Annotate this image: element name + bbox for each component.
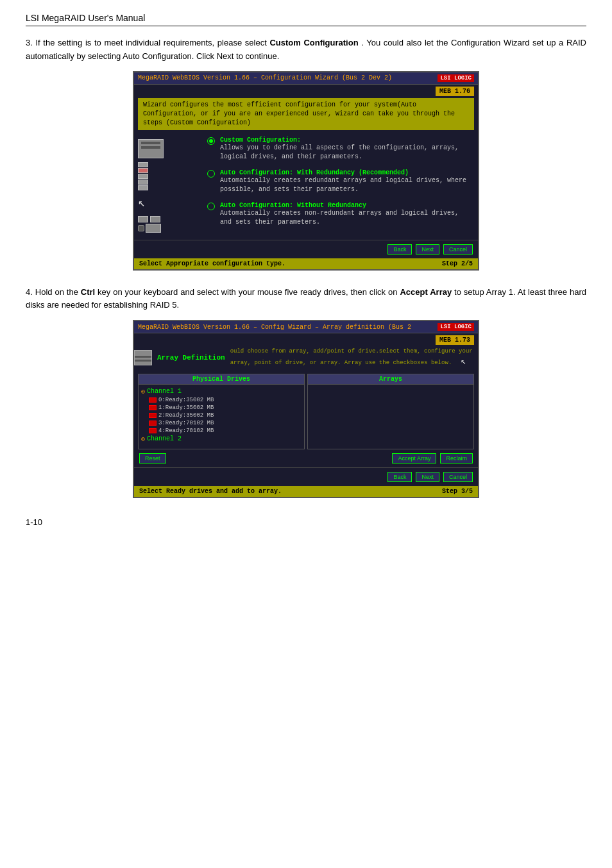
drive-1: [138, 162, 148, 167]
ss1-auto-nored-desc: Automatically creates non-redundant arra…: [220, 209, 474, 227]
custom-config-emphasis: Custom Configuration: [269, 38, 358, 47]
ctrl-emphasis: Ctrl: [81, 287, 95, 297]
ss2-medbadge: MEB 1.73: [436, 335, 474, 345]
ss2-array-def-label: Array Definition: [157, 354, 225, 362]
ss1-footer-left: Select Appropriate configuration type.: [139, 260, 285, 267]
drive-1-icon: [149, 405, 157, 410]
ss2-arrays-header: Arrays: [308, 374, 473, 385]
drive-stack-row: [138, 162, 202, 190]
channel2-label: Channel 2: [147, 435, 182, 442]
ss2-drives-list: 0:Ready:35002 MB 1:Ready:35002 MB 2:Read…: [141, 396, 302, 435]
drive-1-label: 1:Ready:35002 MB: [158, 405, 214, 411]
array-def-icon: [134, 350, 152, 365]
section-4-text-mid: key on your keyboard and select with you…: [98, 287, 400, 297]
ss2-next-button[interactable]: Next: [416, 472, 439, 482]
ss1-radio-auto-nored[interactable]: [207, 203, 215, 210]
ss2-footer-right: Step 3/5: [442, 488, 473, 495]
channel2-folder-icon: ⊙: [141, 435, 145, 443]
ss2-physical-drives-col: Physical Drives ⊙ Channel 1 0:Ready:3500…: [138, 374, 305, 449]
accept-array-emphasis: Accept Array: [400, 287, 452, 297]
ss1-option-custom: Custom Configuration: Allows you to defi…: [207, 137, 474, 162]
ss1-medbadge: MEB 1.76: [436, 87, 474, 96]
manual-title: LSI MegaRAID User's Manual: [26, 13, 145, 23]
ss1-toprow: MEB 1.76: [134, 85, 478, 98]
page-header: LSI MegaRAID User's Manual: [26, 13, 586, 26]
ss1-back-button[interactable]: Back: [387, 244, 412, 255]
ss1-custom-desc: Allows you to define all aspects of the …: [220, 144, 474, 162]
ss2-cursor: ↖: [461, 356, 466, 367]
ss2-button-row: Back Next Cancel: [134, 467, 478, 486]
ss1-radio-auto-red[interactable]: [207, 170, 215, 178]
ss1-footer-right: Step 2/5: [442, 260, 473, 267]
ss2-physical-drives-header: Physical Drives: [139, 374, 304, 385]
channel1-folder-icon: ⊙: [141, 388, 145, 396]
ss2-reclaim-button[interactable]: Reclaim: [440, 453, 473, 463]
drive-3-icon: [149, 421, 157, 426]
ss1-footer: Select Appropriate configuration type. S…: [134, 258, 478, 269]
ss1-next-button[interactable]: Next: [416, 244, 439, 255]
ss2-array-desc-text: ould choose from array, add/point of dri…: [230, 348, 473, 366]
ss2-channel1-item: ⊙ Channel 1: [141, 387, 302, 396]
ss2-back-button[interactable]: Back: [387, 472, 412, 482]
drive-2: [138, 168, 148, 173]
drive-0-icon: [149, 397, 157, 403]
ss1-auto-nored-label: Auto Configuration: Without Redundancy: [220, 202, 474, 209]
ss2-footer: Select Ready drives and add to array. St…: [134, 486, 478, 497]
ss1-radio-custom[interactable]: [207, 137, 215, 145]
screenshot-2: MegaRAID WebBIOS Version 1.66 – Config W…: [133, 320, 479, 498]
ss2-titlebar: MegaRAID WebBIOS Version 1.66 – Config W…: [134, 321, 478, 333]
ss2-right-btns-1: Accept Array Reclaim: [392, 453, 473, 463]
section-4-text: 4. Hold on the Ctrl key on your keyboard…: [26, 286, 586, 313]
ss1-auto-red-label: Auto Configuration: With Redundancy (Rec…: [220, 169, 474, 176]
drive-2-icon: [149, 413, 157, 418]
ss2-accept-array-button[interactable]: Accept Array: [392, 453, 436, 463]
ss1-logo: LSI LOGIC: [438, 74, 474, 82]
section-4-text-pre: Hold on the: [35, 287, 81, 297]
ss2-channel2-item: ⊙ Channel 2: [141, 435, 302, 444]
ss1-body: ↖: [134, 134, 478, 237]
drive-4: [138, 179, 148, 185]
ss1-option-auto-red-content: Auto Configuration: With Redundancy (Rec…: [220, 169, 474, 194]
ss2-drive-1: 1:Ready:35002 MB: [149, 404, 302, 412]
ss1-button-row: Back Next Cancel: [134, 240, 478, 258]
ss2-cancel-button[interactable]: Cancel: [443, 472, 473, 482]
channel1-label: Channel 1: [147, 388, 182, 395]
ss1-option-auto-nored: Auto Configuration: Without Redundancy A…: [207, 202, 474, 227]
ss2-bottom-btns-1: Reset Accept Array Reclaim: [134, 449, 478, 465]
drive-5: [138, 185, 148, 190]
ss2-arrays-body: [308, 385, 473, 449]
ss1-subtitle: Wizard configures the most efficient con…: [138, 98, 474, 130]
ss1-cancel-button[interactable]: Cancel: [443, 244, 473, 255]
section-3-number: 3.: [26, 38, 35, 47]
server-icon: [138, 139, 164, 158]
ss1-option-auto-nored-content: Auto Configuration: Without Redundancy A…: [220, 202, 474, 227]
ss1-auto-red-desc: Automatically creates redundant arrays a…: [220, 176, 474, 194]
ss1-option-auto-red: Auto Configuration: With Redundancy (Rec…: [207, 169, 474, 194]
ss1-drive-icons: ↖: [138, 137, 202, 233]
drive-4-label: 4:Ready:70102 MB: [158, 428, 214, 434]
drive-3: [138, 174, 148, 179]
ss2-physical-drives-body: ⊙ Channel 1 0:Ready:35002 MB 1:Ready:350…: [139, 385, 304, 449]
ss2-array-def-header: Array Definition ould choose from array,…: [134, 347, 478, 369]
section-4-number: 4.: [26, 287, 35, 297]
ss2-reset-button[interactable]: Reset: [139, 453, 166, 463]
section-3: 3. If the setting is to meet individual …: [26, 37, 586, 271]
drive-2-label: 2:Ready:35002 MB: [158, 412, 214, 419]
section-4: 4. Hold on the Ctrl key on your keyboard…: [26, 286, 586, 498]
section-3-text-pre: If the setting is to meet individual req…: [35, 38, 269, 47]
ss2-logo: LSI LOGIC: [438, 323, 474, 331]
ss1-subtitle-text: Wizard configures the most efficient con…: [143, 101, 455, 126]
ss2-left-btns: Reset: [139, 453, 166, 463]
ss2-drive-2: 2:Ready:35002 MB: [149, 412, 302, 419]
ss2-columns: Physical Drives ⊙ Channel 1 0:Ready:3500…: [138, 374, 474, 449]
ss2-arrays-col: Arrays: [307, 374, 474, 449]
ss2-drive-0: 0:Ready:35002 MB: [149, 396, 302, 404]
drive-stack: [138, 162, 148, 190]
ss2-toprow: MEB 1.73: [134, 333, 478, 347]
ss1-titlebar: MegaRAID WebBIOS Version 1.66 – Configur…: [134, 72, 478, 85]
ss1-custom-label: Custom Configuration:: [220, 137, 474, 144]
screenshot-1: MegaRAID WebBIOS Version 1.66 – Configur…: [133, 71, 479, 271]
ss2-footer-left: Select Ready drives and add to array.: [139, 488, 282, 495]
drive-4-icon: [149, 428, 157, 433]
section-3-text: 3. If the setting is to meet individual …: [26, 37, 586, 63]
